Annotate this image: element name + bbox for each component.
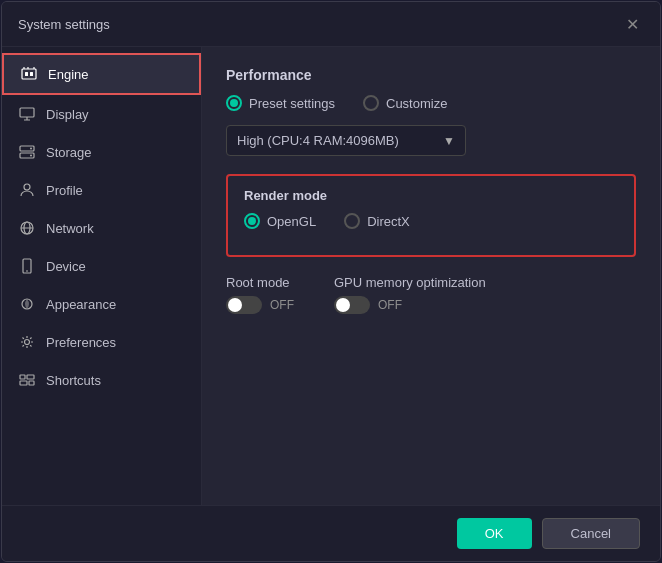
network-icon [18,219,36,237]
svg-rect-24 [29,381,34,385]
directx-label: DirectX [367,214,410,229]
render-mode-box: Render mode OpenGL DirectX [226,174,636,257]
directx-radio-outer [344,213,360,229]
footer: OK Cancel [2,505,660,561]
preset-settings-label: Preset settings [249,96,335,111]
root-mode-toggle[interactable] [226,296,262,314]
cancel-button[interactable]: Cancel [542,518,640,549]
svg-point-20 [25,340,30,345]
preset-dropdown-row: High (CPU:4 RAM:4096MB) ▼ [226,125,636,156]
sidebar-shortcuts-label: Shortcuts [46,373,101,388]
performance-title: Performance [226,67,636,83]
svg-rect-21 [20,375,25,379]
shortcuts-icon [18,371,36,389]
ok-button[interactable]: OK [457,518,532,549]
body: Engine Display [2,47,660,505]
storage-icon [18,143,36,161]
gpu-memory-toggle[interactable] [334,296,370,314]
sidebar-item-preferences[interactable]: Preferences [2,323,201,361]
profile-icon [18,181,36,199]
opengl-radio-inner [248,217,256,225]
svg-point-12 [30,155,32,157]
sidebar-preferences-label: Preferences [46,335,116,350]
sidebar-device-label: Device [46,259,86,274]
svg-rect-6 [20,108,34,117]
render-mode-radio-group: OpenGL DirectX [244,213,618,229]
gpu-memory-title: GPU memory optimization [334,275,486,290]
svg-point-11 [30,148,32,150]
sidebar-appearance-label: Appearance [46,297,116,312]
preferences-icon [18,333,36,351]
sidebar-item-storage[interactable]: Storage [2,133,201,171]
customize-label: Customize [386,96,447,111]
preset-settings-radio[interactable]: Preset settings [226,95,335,111]
system-settings-dialog: System settings ✕ Engine [1,1,661,562]
close-button[interactable]: ✕ [620,12,644,36]
render-mode-title: Render mode [244,188,618,203]
root-mode-knob [228,298,242,312]
opengl-radio[interactable]: OpenGL [244,213,316,229]
opengl-radio-outer [244,213,260,229]
sidebar-storage-label: Storage [46,145,92,160]
sidebar-item-profile[interactable]: Profile [2,171,201,209]
display-icon [18,105,36,123]
sidebar-item-display[interactable]: Display [2,95,201,133]
root-mode-title: Root mode [226,275,294,290]
gpu-memory-toggle-row: OFF [334,296,486,314]
root-mode-group: Root mode OFF [226,275,294,314]
preset-radio-outer [226,95,242,111]
dialog-title: System settings [18,17,110,32]
appearance-icon [18,295,36,313]
sidebar-item-device[interactable]: Device [2,247,201,285]
root-mode-state: OFF [270,298,294,312]
gpu-memory-state: OFF [378,298,402,312]
gpu-memory-knob [336,298,350,312]
preset-radio-inner [230,99,238,107]
sidebar-network-label: Network [46,221,94,236]
device-icon [18,257,36,275]
sidebar-profile-label: Profile [46,183,83,198]
svg-point-13 [24,184,30,190]
sidebar-item-appearance[interactable]: Appearance [2,285,201,323]
customize-radio[interactable]: Customize [363,95,447,111]
toggle-section: Root mode OFF GPU memory optimization [226,275,636,314]
main-content: Performance Preset settings Customize Hi… [202,47,660,505]
svg-rect-0 [22,69,36,79]
sidebar-engine-label: Engine [48,67,88,82]
title-bar: System settings ✕ [2,2,660,47]
engine-icon [20,65,38,83]
svg-rect-1 [25,72,28,76]
svg-rect-2 [30,72,33,76]
dropdown-arrow-icon: ▼ [443,134,455,148]
sidebar-display-label: Display [46,107,89,122]
customize-radio-outer [363,95,379,111]
sidebar-item-shortcuts[interactable]: Shortcuts [2,361,201,399]
directx-radio[interactable]: DirectX [344,213,410,229]
gpu-memory-group: GPU memory optimization OFF [334,275,486,314]
performance-radio-group: Preset settings Customize [226,95,636,111]
preset-dropdown[interactable]: High (CPU:4 RAM:4096MB) ▼ [226,125,466,156]
sidebar-item-network[interactable]: Network [2,209,201,247]
svg-rect-23 [20,381,27,385]
sidebar: Engine Display [2,47,202,505]
svg-rect-22 [27,375,34,379]
sidebar-item-engine[interactable]: Engine [2,53,201,95]
opengl-label: OpenGL [267,214,316,229]
dropdown-value: High (CPU:4 RAM:4096MB) [237,133,399,148]
root-mode-toggle-row: OFF [226,296,294,314]
